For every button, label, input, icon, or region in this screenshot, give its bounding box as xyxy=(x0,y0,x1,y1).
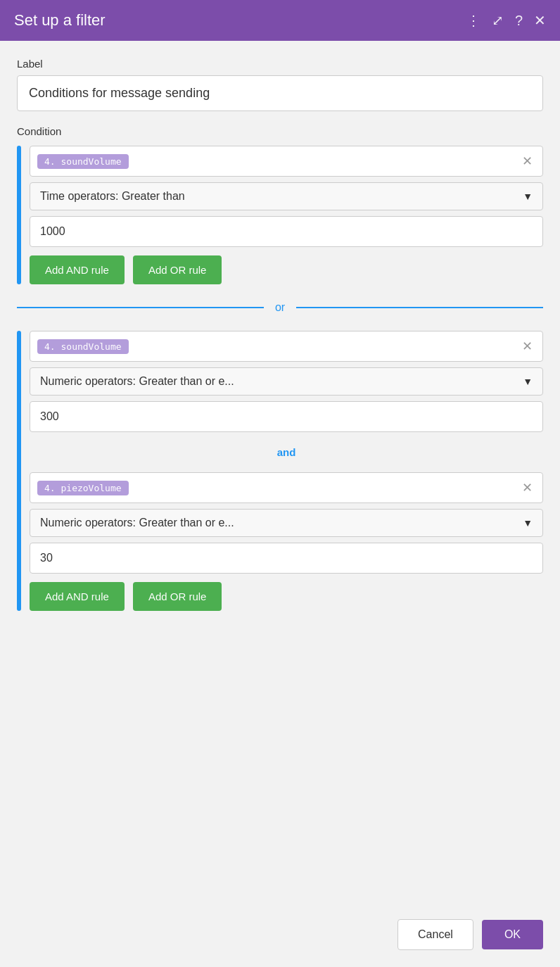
tag-row-2[interactable]: 4. soundVolume ✕ xyxy=(30,331,543,362)
more-icon[interactable]: ⋮ xyxy=(466,12,481,29)
dialog-title: Set up a filter xyxy=(14,11,106,30)
tag-pill-1: 4. soundVolume xyxy=(37,154,129,169)
tag-close-1[interactable]: ✕ xyxy=(519,152,535,170)
rule-buttons-1: Add AND rule Add OR rule xyxy=(30,255,543,284)
operator-row-2[interactable]: Numeric operators: Greater than or e... … xyxy=(30,367,543,396)
header-icons: ⋮ ⤢ ? ✕ xyxy=(466,12,546,29)
add-or-rule-btn-1[interactable]: Add OR rule xyxy=(133,255,222,284)
expand-icon[interactable]: ⤢ xyxy=(492,12,504,29)
condition-content-1: 4. soundVolume ✕ Time operators: Greater… xyxy=(30,146,543,284)
operator-text-3: Numeric operators: Greater than or e... xyxy=(40,517,523,529)
value-input-2[interactable] xyxy=(30,401,543,432)
dropdown-arrow-1: ▼ xyxy=(523,191,533,202)
label-section: Label xyxy=(17,58,543,111)
dialog-header: Set up a filter ⋮ ⤢ ? ✕ xyxy=(0,0,560,41)
label-input[interactable] xyxy=(17,75,543,111)
close-icon[interactable]: ✕ xyxy=(534,12,546,29)
tag-pill-2: 4. soundVolume xyxy=(37,339,129,354)
tag-close-3[interactable]: ✕ xyxy=(519,479,535,497)
or-line-left xyxy=(17,307,264,308)
operator-row-3[interactable]: Numeric operators: Greater than or e... … xyxy=(30,509,543,537)
or-line-right xyxy=(296,307,543,308)
and-divider: and xyxy=(30,446,543,458)
value-input-1[interactable] xyxy=(30,216,543,247)
or-text: or xyxy=(264,301,296,314)
add-and-rule-btn-1[interactable]: Add AND rule xyxy=(30,255,125,284)
sub-condition-2a: 4. soundVolume ✕ Numeric operators: Grea… xyxy=(30,331,543,432)
rule-buttons-2: Add AND rule Add OR rule xyxy=(30,582,543,611)
or-divider: or xyxy=(17,301,543,314)
condition-content-2: 4. soundVolume ✕ Numeric operators: Grea… xyxy=(30,331,543,611)
tag-pill-3: 4. piezoVolume xyxy=(37,481,129,495)
tag-row-3[interactable]: 4. piezoVolume ✕ xyxy=(30,472,543,503)
condition-block-2: 4. soundVolume ✕ Numeric operators: Grea… xyxy=(17,331,543,611)
tag-row-1[interactable]: 4. soundVolume ✕ xyxy=(30,146,543,177)
dialog-footer: Cancel OK xyxy=(0,908,560,967)
condition-bar-2 xyxy=(17,331,21,611)
sub-condition-2b: 4. piezoVolume ✕ Numeric operators: Grea… xyxy=(30,472,543,574)
condition-bar-1 xyxy=(17,146,21,284)
add-and-rule-btn-2[interactable]: Add AND rule xyxy=(30,582,125,611)
operator-text-1: Time operators: Greater than xyxy=(40,190,523,203)
value-input-3[interactable] xyxy=(30,543,543,574)
condition-block-1: 4. soundVolume ✕ Time operators: Greater… xyxy=(17,146,543,284)
dialog-body: Label Condition 4. soundVolume ✕ Time op… xyxy=(0,41,560,908)
ok-button[interactable]: OK xyxy=(482,920,543,949)
help-icon[interactable]: ? xyxy=(515,13,523,29)
dialog: Set up a filter ⋮ ⤢ ? ✕ Label Condition … xyxy=(0,0,560,967)
cancel-button[interactable]: Cancel xyxy=(397,919,473,950)
label-field-label: Label xyxy=(17,58,543,70)
dropdown-arrow-2: ▼ xyxy=(523,376,533,387)
tag-close-2[interactable]: ✕ xyxy=(519,337,535,355)
condition-section-label: Condition xyxy=(17,125,543,137)
dropdown-arrow-3: ▼ xyxy=(523,517,533,529)
add-or-rule-btn-2[interactable]: Add OR rule xyxy=(133,582,222,611)
operator-row-1[interactable]: Time operators: Greater than ▼ xyxy=(30,182,543,210)
operator-text-2: Numeric operators: Greater than or e... xyxy=(40,375,523,388)
and-text: and xyxy=(277,446,296,458)
